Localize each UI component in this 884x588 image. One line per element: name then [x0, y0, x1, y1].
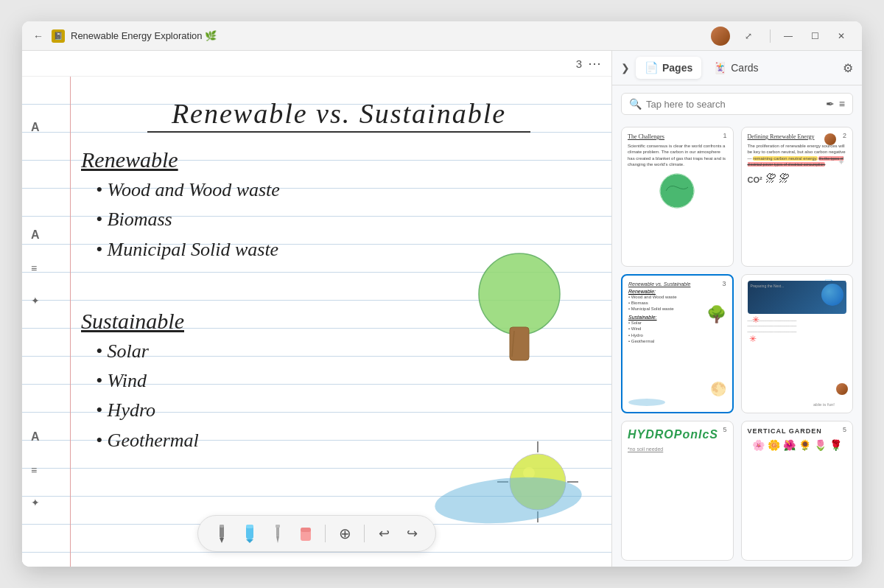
- close-button[interactable]: ✕: [829, 27, 853, 46]
- tab-pages[interactable]: 📄 Pages: [636, 57, 701, 79]
- separator: [325, 525, 326, 542]
- tab-cards[interactable]: 🃏 Cards: [704, 57, 767, 79]
- bullet-wind: Wind: [96, 366, 597, 396]
- page-6-thumbnail[interactable]: 5 VERTICAL GARDEN 🌸 🌼 🌺 🌻 🌷 🌹: [741, 421, 854, 561]
- maximize-button[interactable]: ☐: [803, 27, 827, 46]
- flower-2: 🌼: [768, 439, 780, 451]
- draw-tool-1[interactable]: ✦: [31, 295, 40, 307]
- pen-tool[interactable]: [266, 522, 290, 545]
- flowers-row: 🌸 🌼 🌺 🌻 🌷 🌹: [748, 439, 847, 451]
- thumb-3-sun-icon: 🌕: [710, 381, 726, 397]
- marker-tool[interactable]: [238, 522, 262, 545]
- red-starburst-1: ✳: [752, 315, 760, 325]
- cards-tab-icon: 🃏: [713, 61, 727, 74]
- title-bar: ← 📓 Renewable Energy Exploration 🌿 ⤢ — ☐…: [22, 21, 862, 51]
- hydroponics-title: HYDROPonIcS: [628, 427, 727, 441]
- more-options-button[interactable]: ⋯: [588, 55, 601, 71]
- svg-marker-10: [220, 538, 224, 543]
- title-bar-controls: ⤢ — ☐ ✕: [711, 27, 853, 46]
- add-tool[interactable]: ⊕: [333, 522, 357, 545]
- svg-marker-13: [246, 539, 253, 543]
- expand-icon[interactable]: ⤢: [739, 27, 758, 46]
- page-4-thumbnail[interactable]: 📄 4 Preparing the Next... ✳ ✳ __________…: [741, 274, 854, 414]
- title-underline: [147, 131, 530, 133]
- collapse-panel-button[interactable]: ❯: [621, 62, 630, 74]
- thumb-1-title: The Challenges: [628, 133, 727, 140]
- thumb-2-icons: CO² ⛈ ⛈: [748, 172, 847, 184]
- bullet-hydro: Hydro: [96, 396, 597, 425]
- thumb-4-text: ________________________ _______________…: [748, 317, 847, 334]
- pages-tab-label: Pages: [662, 62, 692, 74]
- page-1-thumbnail[interactable]: 1 The Challenges Scientific consensus is…: [621, 127, 734, 267]
- bullet-biomass: Biomass: [96, 205, 597, 234]
- pencil-tool[interactable]: [210, 522, 234, 545]
- eraser-tool[interactable]: [294, 522, 318, 545]
- separator-2: [364, 525, 365, 542]
- co2-label: CO²: [748, 175, 762, 184]
- cloud-icon-2: ⛈: [779, 172, 789, 184]
- thumb-4-avatar: [836, 383, 848, 395]
- svg-rect-19: [301, 528, 311, 532]
- app-window: ← 📓 Renewable Energy Exploration 🌿 ⤢ — ☐…: [22, 21, 862, 567]
- star-decoration: ✦: [838, 157, 845, 167]
- section-renewable: Renewable: [81, 147, 597, 172]
- text-tool-1[interactable]: A: [31, 121, 40, 134]
- thumb-4-photo: Preparing the Next...: [748, 281, 847, 314]
- thumb-3-number: 3: [722, 280, 726, 287]
- page-2-thumbnail[interactable]: 2 Defining Renewable Energy The prolifer…: [741, 127, 854, 267]
- cards-tab-label: Cards: [731, 62, 758, 74]
- thumb-3-tree-icon: 🌳: [706, 305, 726, 324]
- flower-5: 🌷: [814, 439, 827, 451]
- list-tool-2[interactable]: ≡: [31, 464, 40, 476]
- flower-1: 🌸: [752, 439, 765, 451]
- tree-drawing: [471, 246, 567, 357]
- page-number: 3: [576, 57, 582, 70]
- pages-tab-icon: 📄: [645, 61, 659, 74]
- notebook-area: 3 ⋯ A A ≡ ✦ A ≡ ✦ Renewable vs. Sustaina…: [22, 51, 611, 567]
- bullet-wood: Wood and Wood waste: [96, 175, 597, 205]
- list-tool[interactable]: ≡: [31, 262, 40, 274]
- drawing-toolbar: ⊕ ↩ ↪: [197, 515, 436, 552]
- text-tool-3[interactable]: A: [31, 430, 40, 444]
- thumb-2-number: 2: [843, 132, 846, 139]
- thumb-3-blob: [628, 399, 665, 406]
- title-bar-left: ← 📓 Renewable Energy Exploration 🌿: [31, 29, 711, 43]
- thumb-5-number: 5: [723, 426, 726, 433]
- minimize-button[interactable]: —: [776, 27, 800, 46]
- flower-3: 🌺: [783, 439, 796, 451]
- draw-tool-2[interactable]: ✦: [31, 497, 40, 508]
- right-panel: ❯ 📄 Pages 🃏 Cards ⚙ 🔍 ✒ ≡: [611, 51, 862, 567]
- undo-button[interactable]: ↩: [372, 522, 396, 545]
- divider: [770, 29, 771, 43]
- thumb-4-label: able is fun!: [813, 402, 835, 407]
- user-avatar[interactable]: [711, 27, 730, 46]
- search-input[interactable]: [646, 99, 821, 110]
- search-icon: 🔍: [629, 98, 642, 110]
- flower-6: 🌹: [829, 439, 842, 451]
- filter-button[interactable]: ⚙: [843, 61, 853, 75]
- text-tool-2[interactable]: A: [31, 228, 40, 242]
- thumb-3-title: Renewable vs. Sustainable: [628, 281, 726, 287]
- page-number-bar: 3 ⋯: [22, 51, 611, 77]
- page-3-thumbnail[interactable]: 3 Renewable vs. Sustainable Renewable: •…: [621, 274, 734, 414]
- svg-marker-16: [276, 536, 279, 543]
- panel-header: ❯ 📄 Pages 🃏 Cards ⚙: [612, 51, 862, 85]
- thumb-1-body: Scientific consensus is clear the world …: [628, 143, 727, 168]
- thumb-4-caption: Preparing the Next...: [751, 284, 785, 288]
- thumb-2-avatar: [824, 133, 836, 145]
- page-5-thumbnail[interactable]: 5 HYDROPonIcS *no soil needed: [621, 421, 734, 561]
- red-starburst-2: ✳: [749, 334, 757, 344]
- notebook-paper[interactable]: A A ≡ ✦ A ≡ ✦ Renewable vs. Sustainable …: [22, 77, 611, 567]
- vertical-garden-title: VERTICAL GARDEN: [748, 427, 847, 435]
- ink-search-icon[interactable]: ✒: [826, 98, 835, 110]
- back-button[interactable]: ←: [31, 29, 46, 43]
- page-title: Renewable vs. Sustainable: [81, 97, 597, 130]
- flower-4: 🌻: [799, 439, 811, 451]
- thumb-1-number: 1: [723, 132, 726, 139]
- window-title: Renewable Energy Exploration 🌿: [71, 30, 217, 41]
- search-filter-icon[interactable]: ≡: [839, 98, 845, 110]
- thumb-4-earth: [821, 284, 843, 306]
- redo-button[interactable]: ↪: [400, 522, 424, 545]
- search-bar: 🔍 ✒ ≡: [621, 93, 853, 115]
- cloud-icon-1: ⛈: [765, 172, 776, 184]
